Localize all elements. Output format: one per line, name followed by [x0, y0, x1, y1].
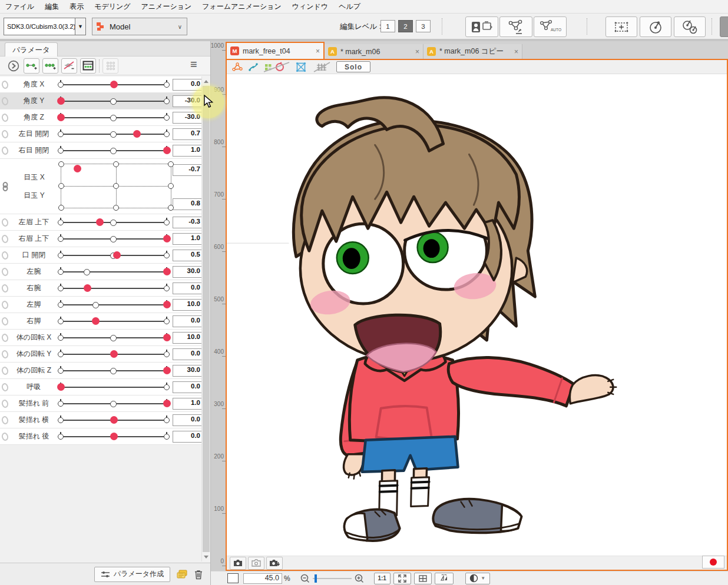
transform-box-icon[interactable] [295, 62, 307, 72]
parameter-value-field[interactable]: 0.0 [173, 315, 203, 327]
link-icon[interactable] [1, 283, 9, 292]
mode-select[interactable]: Model ∨ [92, 18, 187, 35]
chain-link-icon[interactable] [2, 182, 9, 191]
parameter-value-dot[interactable] [110, 350, 118, 358]
link-icon[interactable] [1, 398, 9, 408]
menu-item-2[interactable]: 表示 [64, 2, 89, 12]
menu-item-1[interactable]: 編集 [39, 2, 64, 12]
zoom-value-field[interactable]: 45.0 [243, 573, 282, 584]
menu-item-6[interactable]: ウィンドウ [287, 2, 333, 12]
parameter-slider[interactable] [57, 363, 171, 378]
parameter-slider[interactable] [57, 247, 171, 263]
rotate-deformer-button[interactable] [640, 16, 671, 37]
texture-atlas-button[interactable] [465, 16, 498, 37]
warp-deformer-button[interactable] [605, 16, 637, 37]
parameter-value-field[interactable]: 10.0 [173, 332, 203, 344]
parameter-value-field[interactable]: -0.7 [173, 164, 203, 176]
link-icon[interactable] [1, 129, 9, 138]
tab-close-icon[interactable]: × [415, 48, 419, 56]
actual-size-button[interactable]: 1:1 [374, 573, 391, 584]
link-icon[interactable] [1, 79, 9, 89]
add-keyform-3-button[interactable] [42, 58, 58, 74]
parameter-value-dot[interactable] [113, 251, 121, 259]
parameter-value-field[interactable]: 0.0 [173, 282, 203, 294]
edit-level-2-button[interactable]: 2 [398, 20, 413, 32]
parameter-value-dot[interactable] [163, 367, 171, 374]
link-icon[interactable] [1, 112, 9, 122]
scroll-up-arrow[interactable] [202, 77, 210, 86]
link-icon[interactable] [1, 333, 9, 342]
parameter-slider[interactable] [57, 214, 171, 230]
grid-toggle-disabled-icon[interactable] [312, 61, 332, 73]
parameter-value-dot[interactable] [163, 400, 171, 407]
parameter-value-dot[interactable] [163, 235, 171, 242]
parameter-scrollbar[interactable] [201, 77, 210, 561]
solo-button[interactable]: Solo [336, 61, 370, 72]
mesh-edit-button[interactable] [499, 16, 532, 37]
parameter-slider[interactable] [57, 379, 171, 395]
parameter-value-field[interactable]: 30.0 [173, 266, 203, 278]
parameter-value-dot[interactable] [57, 114, 65, 121]
parameter-value-field[interactable]: 1.0 [173, 145, 203, 157]
parameter-value-dot[interactable] [110, 433, 118, 440]
eyeball-xy-pad[interactable] [61, 164, 171, 208]
parameter-value-dot[interactable] [163, 301, 171, 308]
parameter-value-dot[interactable] [163, 268, 171, 275]
parameter-value-field[interactable]: -0.3 [173, 217, 203, 228]
display-mode-button[interactable]: ▼ [465, 573, 490, 584]
parameter-value-dot[interactable] [57, 97, 65, 105]
menu-item-0[interactable]: ファイル [0, 2, 39, 12]
remove-keyform-button[interactable] [61, 58, 77, 74]
parameter-slider[interactable] [57, 346, 171, 362]
parameter-value-dot[interactable] [163, 147, 171, 154]
parameter-slider[interactable] [57, 428, 171, 444]
parameter-slider[interactable] [57, 412, 171, 428]
keyform-editor-button[interactable] [80, 58, 96, 74]
parameter-value-field[interactable]: 0.8 [173, 198, 203, 210]
link-icon[interactable] [1, 300, 9, 309]
tab-close-icon[interactable]: × [514, 48, 518, 56]
link-icon[interactable] [1, 145, 9, 155]
parameter-value-dot[interactable] [96, 218, 104, 226]
menu-item-7[interactable]: ヘルプ [333, 2, 366, 12]
parameter-slider[interactable] [57, 142, 171, 158]
parameter-slider[interactable] [57, 231, 171, 247]
clipped-toolbar-button[interactable] [720, 16, 728, 37]
document-tab-2[interactable]: A* mark_m06 コピー× [423, 44, 522, 59]
document-tab-0[interactable]: Mmark_free_t04× [226, 42, 325, 59]
link-icon[interactable] [1, 382, 9, 391]
parameter-value-dot[interactable] [92, 317, 100, 325]
parameter-slider[interactable] [57, 109, 171, 125]
parameter-value-dot[interactable] [84, 284, 91, 292]
link-icon[interactable] [1, 349, 9, 358]
parameter-value-field[interactable]: 0.5 [173, 250, 203, 261]
parameter-slider[interactable] [57, 280, 171, 296]
parameter-slider[interactable] [57, 77, 171, 92]
parameter-value-field[interactable]: 1.0 [173, 398, 203, 410]
parameter-slider[interactable] [57, 126, 171, 142]
link-icon[interactable] [1, 96, 9, 105]
edit-level-1-button[interactable]: 1 [380, 20, 395, 32]
document-tab-1[interactable]: A* mark_m06× [325, 44, 423, 59]
background-color-swatch[interactable] [227, 573, 239, 583]
parameter-value-field[interactable]: 0.7 [173, 128, 203, 140]
tab-parameters[interactable]: パラメータ [5, 42, 58, 57]
zoom-slider[interactable] [313, 574, 352, 583]
fit-view-button[interactable] [393, 573, 411, 584]
parameter-value-field[interactable]: 0.0 [173, 414, 203, 426]
link-icon[interactable] [1, 250, 9, 260]
model-canvas[interactable] [227, 74, 727, 557]
grid-toggle-button[interactable] [414, 573, 432, 584]
zoom-slider-handle[interactable] [315, 574, 317, 583]
link-icon[interactable] [1, 217, 9, 227]
parameter-group-button[interactable] [102, 58, 118, 74]
pad-value-dot[interactable] [74, 165, 81, 172]
scroll-down-arrow[interactable] [202, 552, 210, 561]
link-icon[interactable] [1, 415, 9, 424]
zoom-out-icon[interactable] [300, 573, 310, 584]
parameter-value-field[interactable]: 30.0 [173, 365, 203, 377]
link-icon[interactable] [1, 365, 9, 375]
snapshot-export-button[interactable] [266, 557, 283, 570]
parameter-value-field[interactable]: 0.0 [173, 381, 203, 393]
parameter-slider[interactable] [57, 313, 171, 329]
